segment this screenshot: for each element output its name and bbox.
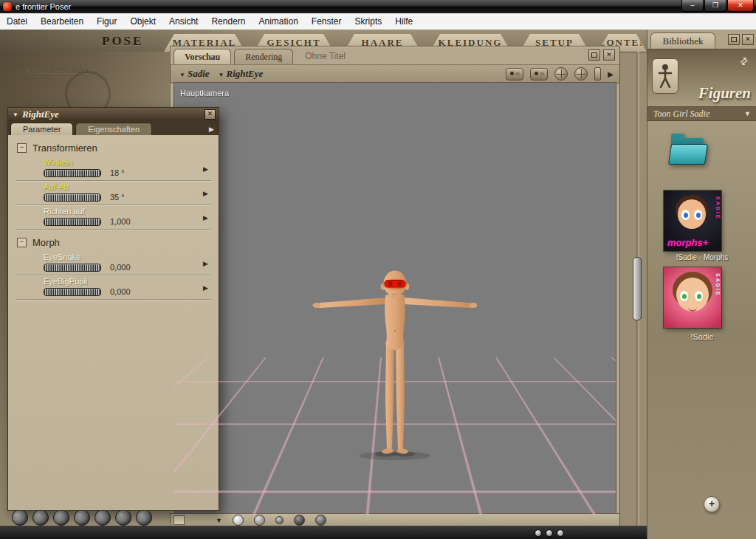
animation-dot-icon[interactable] xyxy=(557,529,564,537)
toolbar-next-arrow-icon[interactable]: ▶ xyxy=(608,70,614,78)
add-to-library-button[interactable]: + xyxy=(704,496,720,512)
display-style-texture-icon[interactable] xyxy=(315,515,326,526)
chevron-down-icon: ▼ xyxy=(219,72,224,78)
light-control-icon[interactable] xyxy=(594,67,601,80)
chevron-down-icon: ▼ xyxy=(15,67,21,75)
library-tab[interactable]: Bibliothek xyxy=(650,32,715,49)
display-style-ball[interactable] xyxy=(53,509,69,526)
library-item-thumbnail-sadie[interactable]: SADIE xyxy=(664,267,721,328)
folder-up-icon[interactable] xyxy=(668,133,708,168)
library-item-label[interactable]: !Sadie xyxy=(647,332,756,341)
close-document-icon[interactable]: ✕ xyxy=(603,49,615,61)
preview-viewport[interactable]: Hauptkamera xyxy=(173,82,616,515)
camera-move-icon[interactable] xyxy=(574,67,588,80)
menu-bearbeiten[interactable]: Bearbeiten xyxy=(34,14,90,29)
chevron-down-icon: ▼ xyxy=(13,111,18,118)
chevron-down-icon: ▼ xyxy=(179,72,185,78)
menu-ansicht[interactable]: Ansicht xyxy=(162,14,205,29)
library-item-thumbnail-morphs[interactable]: morphs+ SADIE xyxy=(664,190,721,251)
document-title: Ohne Titel xyxy=(305,48,346,64)
document-toolbar: ▼Sadie ▼RightEye ▶ xyxy=(171,64,619,83)
titlebar: e frontier Poser – ❐ ✕ xyxy=(0,0,756,13)
library-panel: Bibliothek ✕ ⇄ Figuren Toon Girl Sadie ▼ xyxy=(647,30,756,539)
library-category-title[interactable]: Figuren xyxy=(698,84,751,103)
face-camera-right-icon[interactable] xyxy=(530,68,548,80)
menu-rendern[interactable]: Rendern xyxy=(205,14,252,29)
display-style-ball[interactable] xyxy=(74,509,90,526)
menu-animation[interactable]: Animation xyxy=(252,14,304,29)
menu-objekt[interactable]: Objekt xyxy=(123,14,162,29)
maximize-button[interactable]: ❐ xyxy=(704,0,726,12)
swap-arrows-icon[interactable]: ⇄ xyxy=(738,54,751,68)
library-category-band: ⇄ Figuren xyxy=(647,49,756,107)
display-style-ball[interactable] xyxy=(12,509,28,526)
thumbnail-text: morphs+ xyxy=(667,237,708,248)
divider-drag-handle[interactable] xyxy=(633,257,642,320)
camera-name-label[interactable]: Hauptkamera xyxy=(180,89,229,97)
close-button[interactable]: ✕ xyxy=(727,0,754,12)
sadie-figure[interactable] xyxy=(174,83,616,515)
face-camera-left-icon[interactable] xyxy=(506,68,523,80)
dock-window-icon[interactable] xyxy=(588,49,600,61)
display-style-ball[interactable] xyxy=(115,509,131,526)
library-close-icon[interactable]: ✕ xyxy=(742,34,754,45)
document-window: Vorschau Rendering Ohne Titel ✕ ▼Sadie ▼… xyxy=(170,46,620,527)
tab-parameter[interactable]: Parameter xyxy=(10,123,73,135)
bottom-bar xyxy=(0,526,647,539)
dial-knob[interactable] xyxy=(44,264,101,272)
room-pose-active[interactable]: POSE xyxy=(102,34,143,49)
animation-dot-icon[interactable] xyxy=(535,529,542,537)
dial-knob[interactable] xyxy=(44,218,101,226)
menu-skripts[interactable]: Skripts xyxy=(348,14,389,29)
document-bottom-toolbar: ▼ xyxy=(171,513,619,526)
menu-figur[interactable]: Figur xyxy=(90,14,123,29)
menu-datei[interactable]: Datei xyxy=(0,14,34,29)
display-style-flat-icon[interactable] xyxy=(254,515,265,526)
window-title: e frontier Poser xyxy=(16,2,71,11)
dial-knob[interactable] xyxy=(44,169,101,177)
display-style-shaded-icon[interactable] xyxy=(294,515,305,526)
display-style-ball[interactable] xyxy=(94,509,111,526)
dial-knob[interactable] xyxy=(44,193,101,202)
menu-hilfe[interactable]: Hilfe xyxy=(388,14,419,29)
dial-knob[interactable] xyxy=(44,288,101,296)
display-style-silhouette-icon[interactable] xyxy=(233,515,244,526)
library-dock-icon[interactable] xyxy=(728,34,740,45)
menubar: Datei Bearbeiten Figur Objekt Ansicht Re… xyxy=(0,13,756,30)
animation-dot-icon[interactable] xyxy=(546,529,553,537)
poser-window: e frontier Poser – ❐ ✕ Datei Bearbeiten … xyxy=(0,0,756,539)
library-folder-dropdown[interactable]: Toon Girl Sadie ▼ xyxy=(647,106,756,121)
tab-eigenschaften[interactable]: Eigenschaften xyxy=(75,123,152,135)
chevron-down-icon: ▼ xyxy=(744,110,751,117)
collapse-icon[interactable]: − xyxy=(17,238,27,247)
display-style-ball[interactable] xyxy=(136,509,152,526)
trackball-rotate-icon[interactable] xyxy=(554,67,568,80)
minimize-button[interactable]: – xyxy=(681,0,704,12)
actor-select-dropdown[interactable]: ▼RightEye xyxy=(219,68,264,80)
collapse-icon[interactable]: − xyxy=(17,143,27,153)
menu-fenster[interactable]: Fenster xyxy=(305,14,348,29)
figures-category-icon[interactable] xyxy=(652,58,678,94)
display-style-ball[interactable] xyxy=(32,509,49,526)
display-style-dropdown-icon[interactable]: ▼ xyxy=(216,517,222,524)
tab-rendering[interactable]: Rendering xyxy=(234,49,293,64)
tab-vorschau[interactable]: Vorschau xyxy=(173,49,231,64)
figure-select-dropdown[interactable]: ▼Sadie xyxy=(179,68,210,80)
display-style-small-icon[interactable] xyxy=(275,516,284,524)
poser-app-icon xyxy=(3,2,12,11)
document-tabbar: Vorschau Rendering Ohne Titel ✕ xyxy=(171,47,619,64)
pane-grip-icon[interactable] xyxy=(173,515,185,525)
library-item-label[interactable]: !Sadie - Morphs xyxy=(647,253,756,261)
